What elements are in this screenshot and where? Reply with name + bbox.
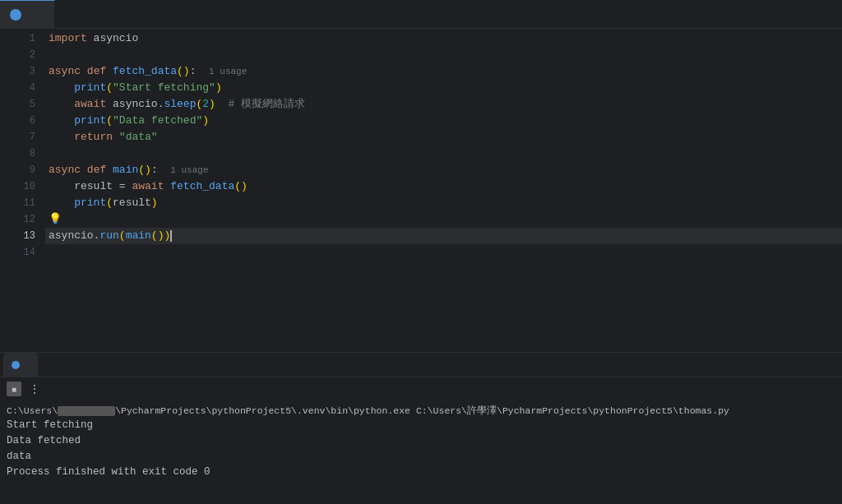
code-editor[interactable]: import asyncio async def fetch_data(): 1… [45,29,842,352]
terminal-tab-bar [0,353,842,377]
line-number-10: 10 [0,178,45,195]
code-line-1: import asyncio [45,30,842,47]
line-number-4: 4 [0,80,45,96]
terminal-panel: ■ ⋮ C:\Users\\PycharmProjects\pythonProj… [0,352,842,504]
masked-username [58,406,115,416]
terminal-line-2: Data fetched [7,433,835,449]
line-number-5: 5 [0,96,45,113]
code-line-3: async def fetch_data(): 1 usage [45,63,842,80]
editor-area: 1234567891011121314 import asyncio async… [0,29,842,352]
code-line-4: print("Start fetching") [45,80,842,96]
terminal-line-3: data [7,449,835,465]
line-number-3: 3 [0,63,45,80]
code-line-13: asyncio.run(main()) [45,228,842,244]
code-line-11: print(result) [45,195,842,211]
line-number-2: 2 [0,47,45,63]
terminal-output: C:\Users\\PycharmProjects\pythonProject5… [0,400,842,504]
line-number-6: 6 [0,113,45,129]
terminal-command-line: C:\Users\\PycharmProjects\pythonProject5… [7,404,835,418]
terminal-exit-line: Process finished with exit code 0 [7,465,835,480]
line-number-9: 9 [0,162,45,178]
line-number-gutter: 1234567891011121314 [0,29,45,352]
line-number-13: 13 [0,228,45,244]
line-number-14: 14 [0,244,45,261]
line-number-1: 1 [0,30,45,47]
code-line-9: async def main(): 1 usage [45,162,842,178]
terminal-run-icon [12,361,20,369]
terminal-toolbar: ■ ⋮ [0,377,842,400]
terminal-line-1: Start fetching [7,418,835,433]
code-line-2 [45,47,842,63]
terminal-tab-thomas[interactable] [3,353,38,377]
editor-tab-bar [0,0,842,29]
tab-close-button[interactable] [31,8,44,21]
line-number-8: 8 [0,146,45,162]
stop-button[interactable]: ■ [7,381,21,396]
code-line-7: return "data" [45,129,842,146]
code-line-5: await asyncio.sleep(2) # 模擬網絡請求 [45,96,842,113]
python-file-icon [10,9,21,21]
code-line-8 [45,146,842,162]
menu-button[interactable]: ⋮ [28,382,41,395]
line-number-7: 7 [0,129,45,146]
code-line-10: result = await fetch_data() [45,178,842,195]
line-number-12: 12 [0,211,45,228]
code-line-14 [45,244,842,261]
code-line-12: 💡 [45,211,842,228]
line-number-11: 11 [0,195,45,211]
code-line-6: print("Data fetched") [45,113,842,129]
file-tab-thomas[interactable] [0,0,55,29]
